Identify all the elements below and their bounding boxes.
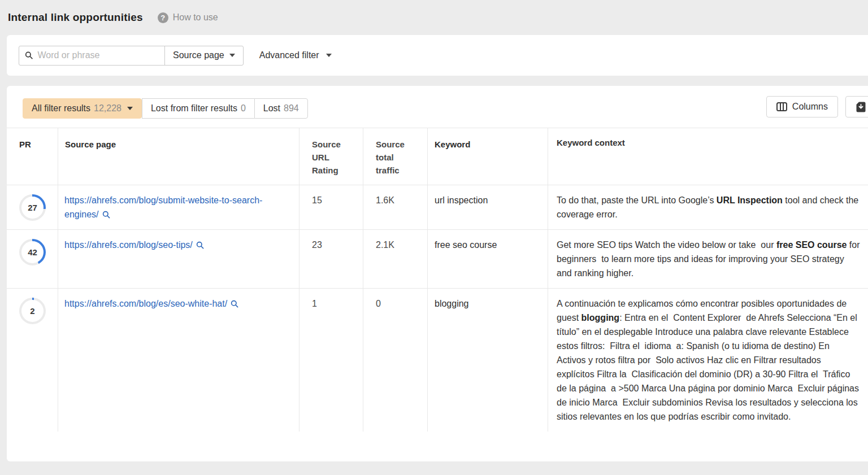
tab-label: All filter results (32, 103, 90, 114)
tab-count: 0 (241, 103, 246, 114)
source-url-rating-cell: 15 (300, 185, 363, 229)
keyword-context-cell: To do that, paste the URL into Google’s … (548, 185, 868, 229)
columns-button[interactable]: Columns (766, 96, 838, 117)
magnifier-icon[interactable] (102, 211, 110, 219)
filter-tabbar: All filter results 12,228 Lost from filt… (7, 86, 868, 128)
pr-value: 27 (21, 197, 44, 219)
pr-donut-badge: 42 (19, 239, 46, 265)
magnifier-icon[interactable] (196, 241, 204, 249)
table-actions: Columns (766, 96, 868, 117)
how-to-use-label: How to use (173, 12, 218, 23)
advanced-filter-label: Advanced filter (259, 50, 319, 60)
pr-cell: 2 (7, 289, 58, 432)
columns-button-label: Columns (792, 102, 828, 112)
pr-donut-badge: 2 (19, 298, 46, 324)
table-body: 27 https://ahrefs.com/blog/submit-websit… (7, 185, 868, 432)
source-page-link[interactable]: https://ahrefs.com/blog/seo-tips/ (64, 240, 204, 250)
how-to-use-link[interactable]: ? How to use (158, 12, 218, 23)
export-button[interactable] (845, 96, 868, 117)
tab-count: 894 (284, 103, 299, 114)
table-row: 27 https://ahrefs.com/blog/submit-websit… (7, 185, 868, 230)
source-url-rating-cell: 23 (300, 230, 363, 288)
table-header-row: PR Source page Source URL Rating Source … (7, 128, 868, 185)
export-file-icon (856, 102, 866, 112)
tab-label: Lost (263, 103, 280, 114)
page-title: Internal link opportunities (8, 11, 143, 24)
chevron-down-icon (127, 107, 133, 110)
scope-dropdown-button[interactable]: Source page (164, 46, 243, 65)
tab-label: Lost from filter results (151, 103, 237, 114)
header-source-page[interactable]: Source page (58, 128, 300, 185)
help-question-icon: ? (158, 12, 168, 23)
search-input[interactable] (37, 50, 159, 60)
pr-value: 42 (21, 241, 44, 263)
source-page-url: https://ahrefs.com/blog/es/seo-white-hat… (64, 299, 227, 308)
source-page-link[interactable]: https://ahrefs.com/blog/submit-website-t… (64, 195, 262, 219)
pr-donut-badge: 27 (19, 194, 46, 221)
tab-count: 12,228 (94, 103, 121, 114)
advanced-filter-button[interactable]: Advanced filter (259, 50, 332, 60)
source-page-url: https://ahrefs.com/blog/submit-website-t… (64, 195, 262, 219)
source-total-traffic-cell: 1.6K (363, 185, 428, 229)
source-total-traffic-cell: 2.1K (363, 230, 428, 288)
search-icon (25, 51, 33, 60)
tab-lost-from-filter-results[interactable]: Lost from filter results 0 (142, 98, 254, 119)
columns-icon (776, 102, 787, 111)
source-page-cell: https://ahrefs.com/blog/seo-tips/ (58, 230, 300, 288)
header-source-url-rating[interactable]: Source URL Rating (300, 128, 363, 185)
keyword-context-cell: A continuación te explicamos cómo encont… (548, 289, 868, 432)
chevron-down-icon (229, 54, 235, 57)
pr-value: 2 (21, 300, 44, 322)
chevron-down-icon (326, 54, 332, 57)
header-keyword-context[interactable]: Keyword context (548, 128, 868, 185)
search-box (19, 46, 164, 65)
page-header: Internal link opportunities ? How to use (0, 0, 868, 35)
header-source-total-traffic[interactable]: Source total traffic (363, 128, 428, 185)
source-total-traffic-cell: 0 (363, 289, 428, 432)
keyword-context-cell: Get more SEO tips Watch the video below … (548, 230, 868, 288)
source-url-rating-cell: 1 (300, 289, 363, 432)
source-page-cell: https://ahrefs.com/blog/es/seo-white-hat… (58, 289, 300, 432)
results-table: PR Source page Source URL Rating Source … (7, 128, 868, 432)
filter-toolbar: Source page Advanced filter (7, 35, 868, 76)
scope-dropdown-label: Source page (173, 50, 224, 60)
pr-cell: 42 (7, 230, 58, 288)
keyword-cell: blogging (428, 289, 548, 432)
header-keyword[interactable]: Keyword (428, 128, 548, 185)
tab-lost[interactable]: Lost 894 (254, 98, 308, 119)
header-pr[interactable]: PR (7, 128, 58, 185)
table-row: 42 https://ahrefs.com/blog/seo-tips/ 23 … (7, 230, 868, 289)
keyword-cell: url inspection (428, 185, 548, 229)
search-group: Source page (19, 46, 244, 66)
source-page-cell: https://ahrefs.com/blog/submit-website-t… (58, 185, 300, 229)
keyword-cell: free seo course (428, 230, 548, 288)
pr-cell: 27 (7, 185, 58, 229)
table-row: 2 https://ahrefs.com/blog/es/seo-white-h… (7, 289, 868, 432)
results-panel: All filter results 12,228 Lost from filt… (7, 86, 868, 461)
source-page-link[interactable]: https://ahrefs.com/blog/es/seo-white-hat… (64, 299, 238, 308)
magnifier-icon[interactable] (231, 300, 238, 308)
tab-all-filter-results[interactable]: All filter results 12,228 (23, 98, 142, 119)
source-page-url: https://ahrefs.com/blog/seo-tips/ (64, 240, 193, 250)
